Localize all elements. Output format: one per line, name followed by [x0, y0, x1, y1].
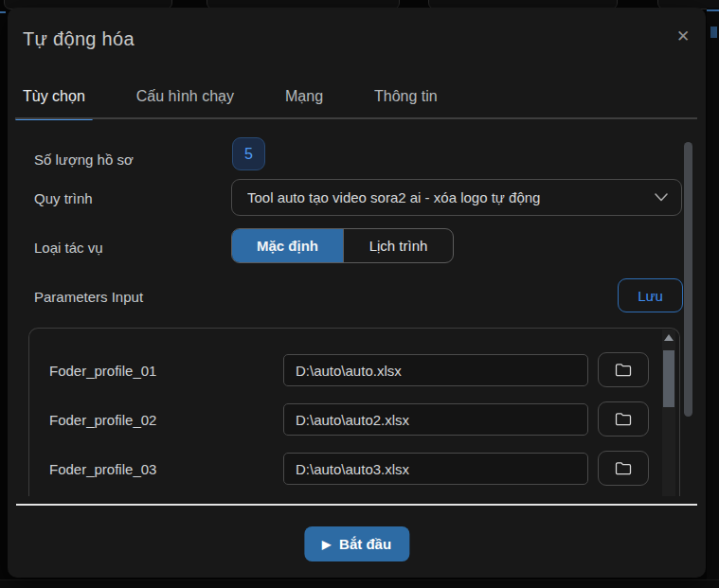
- workflow-label: Quy trình: [34, 190, 93, 206]
- workflow-select[interactable]: Tool auto tạo video sora2 ai - xóa logo …: [231, 179, 682, 216]
- dialog-scrollbar-thumb[interactable]: [684, 142, 692, 417]
- background-accent-fragment: [0, 11, 6, 13]
- profile-path-input[interactable]: [283, 453, 588, 485]
- automation-dialog: Tự động hóa ✕ Tùy chọn Cấu hình chạy Mạn…: [8, 8, 706, 578]
- play-icon: ▶: [322, 539, 331, 550]
- background-accent-fragment: [710, 27, 717, 38]
- profile-path-input[interactable]: [283, 354, 588, 386]
- panel-scrollbar-thumb[interactable]: [663, 350, 674, 407]
- tab-bar: Tùy chọn Cấu hình chạy Mạng Thông tin: [15, 88, 445, 118]
- task-type-label: Loại tác vụ: [34, 240, 103, 256]
- folder-icon: [615, 363, 632, 377]
- browse-folder-button[interactable]: [598, 401, 649, 437]
- close-icon[interactable]: ✕: [673, 27, 693, 47]
- browse-folder-button[interactable]: [598, 352, 649, 387]
- folder-icon: [615, 412, 632, 426]
- profile-row-name: Foder_profile_03: [49, 461, 156, 477]
- profile-count-label: Số lượng hồ sơ: [34, 151, 134, 168]
- footer-divider: [16, 504, 697, 506]
- task-type-segmented-control: Mặc định Lịch trình: [231, 228, 454, 263]
- tab-thong-tin[interactable]: Thông tin: [367, 88, 445, 118]
- folder-icon: [615, 461, 632, 475]
- parameters-input-label: Parameters Input: [34, 289, 143, 305]
- start-button-label: Bắt đầu: [339, 536, 391, 552]
- profile-row-name: Foder_profile_01: [49, 363, 156, 379]
- profile-row-name: Foder_profile_02: [49, 412, 156, 428]
- tab-mang[interactable]: Mạng: [278, 88, 331, 118]
- save-button[interactable]: Lưu: [618, 278, 683, 312]
- panel-scrollbar-track[interactable]: [662, 330, 675, 496]
- browse-folder-button[interactable]: [598, 451, 649, 486]
- chevron-down-icon: [655, 193, 668, 202]
- task-type-option-default[interactable]: Mặc định: [232, 229, 343, 262]
- profiles-panel: Foder_profile_01 Foder_profile_02 Foder_…: [28, 328, 680, 496]
- tab-tuy-chon[interactable]: Tùy chọn: [15, 88, 93, 118]
- background-bottom-strip: [0, 579, 719, 588]
- profile-count-value[interactable]: 5: [232, 137, 265, 170]
- tab-cau-hinh-chay[interactable]: Cấu hình chạy: [129, 88, 242, 118]
- scroll-up-arrow-icon[interactable]: [664, 334, 674, 341]
- start-button[interactable]: ▶ Bắt đầu: [304, 526, 409, 561]
- profile-path-input[interactable]: [283, 403, 588, 436]
- tab-bar-divider: [15, 117, 697, 119]
- background-panel-fragment: [707, 8, 719, 579]
- dialog-title: Tự động hóa: [23, 28, 135, 50]
- task-type-option-schedule[interactable]: Lịch trình: [343, 229, 453, 262]
- background-accent-fragment: [707, 9, 719, 11]
- workflow-selected-value: Tool auto tạo video sora2 ai - xóa logo …: [247, 189, 655, 205]
